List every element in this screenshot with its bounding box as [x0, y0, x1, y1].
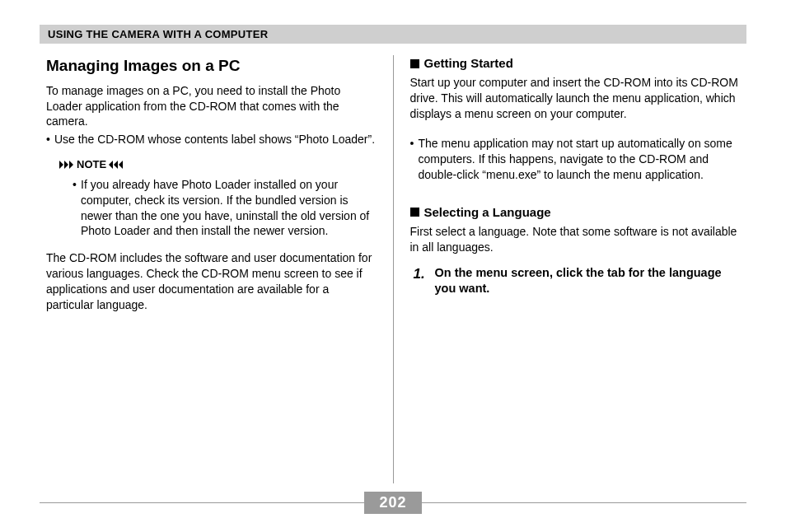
svg-marker-0 [59, 161, 63, 169]
svg-marker-1 [64, 161, 68, 169]
bullet-item: • The menu application may not start up … [410, 136, 741, 183]
manual-page: USING THE CAMERA WITH A COMPUTER Managin… [0, 0, 786, 532]
page-number: 202 [364, 492, 421, 514]
svg-marker-3 [109, 161, 113, 169]
paragraph: Start up your computer and insert the CD… [410, 75, 741, 122]
subheading-selecting-language: Selecting a Language [410, 204, 741, 221]
bullet-text: The menu application may not start up au… [419, 136, 741, 183]
note-label: NOTE [77, 157, 106, 172]
svg-marker-5 [119, 161, 123, 169]
subheading-text: Selecting a Language [424, 204, 551, 221]
page-footer: 202 [40, 492, 746, 514]
paragraph: First select a language. Note that some … [410, 224, 741, 255]
note-text: If you already have Photo Loader install… [81, 177, 377, 240]
svg-marker-4 [114, 161, 118, 169]
bullet-item: • Use the CD-ROM whose contents label sh… [46, 132, 377, 147]
paragraph: The CD-ROM includes the software and use… [46, 250, 377, 313]
note-block: NOTE • If you already have Photo Loader … [59, 157, 377, 239]
note-arrows-left-icon [109, 161, 124, 169]
step-item: 1. On the menu screen, click the tab for… [414, 265, 741, 297]
square-bullet-icon [410, 208, 419, 217]
content-columns: Managing Images on a PC To manage images… [40, 55, 746, 483]
note-body: • If you already have Photo Loader insta… [59, 177, 377, 240]
square-bullet-icon [410, 59, 419, 68]
left-column: Managing Images on a PC To manage images… [40, 55, 393, 483]
svg-marker-2 [69, 161, 73, 169]
bullet-dot-icon: • [46, 132, 54, 147]
subheading-text: Getting Started [424, 55, 513, 72]
footer-rule-right [422, 502, 746, 503]
step-text: On the menu screen, click the tab for th… [435, 265, 741, 297]
footer-rule-left [40, 502, 364, 503]
note-arrows-right-icon [59, 161, 74, 169]
bullet-text: Use the CD-ROM whose contents label show… [54, 132, 377, 147]
intro-paragraph: To manage images on a PC, you need to in… [46, 83, 377, 130]
bullet-dot-icon: • [410, 136, 419, 183]
note-heading: NOTE [59, 157, 377, 172]
right-column: Getting Started Start up your computer a… [393, 55, 747, 483]
section-header: USING THE CAMERA WITH A COMPUTER [40, 25, 746, 44]
page-title: Managing Images on a PC [46, 55, 377, 77]
bullet-dot-icon: • [73, 177, 81, 240]
step-number: 1. [414, 265, 430, 297]
subheading-getting-started: Getting Started [410, 55, 741, 72]
